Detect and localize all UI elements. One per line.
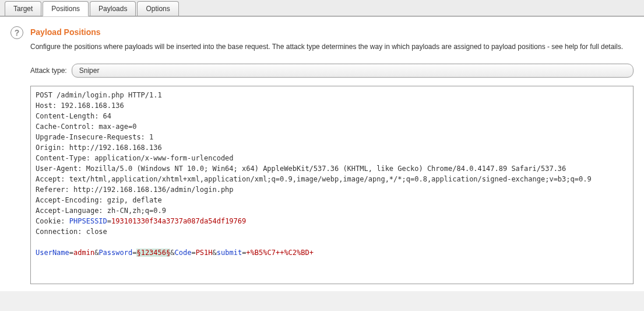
eq: = [107, 217, 111, 225]
page-description: Configure the positions where payloads w… [30, 41, 634, 52]
request-line: Host: 192.168.168.136 [36, 102, 124, 110]
page-title: Payload Positions [30, 27, 634, 37]
request-editor[interactable]: POST /admin/login.php HTTP/1.1 Host: 192… [30, 86, 634, 284]
cookie-key: PHPSESSID [69, 217, 107, 225]
param-name: Code [174, 249, 191, 257]
attack-type-label: Attack type: [30, 67, 67, 75]
attack-type-select[interactable]: Sniper [72, 64, 634, 78]
tab-positions-label: Positions [51, 5, 80, 13]
request-line: Cache-Control: max-age=0 [36, 123, 136, 131]
request-line: Accept-Language: zh-CN,zh;q=0.9 [36, 207, 166, 215]
tab-options[interactable]: Options [137, 1, 178, 16]
param-name: Password [98, 249, 132, 257]
tab-target[interactable]: Target [5, 1, 41, 16]
cookie-label: Cookie: [36, 217, 69, 225]
request-line: Content-Length: 64 [36, 112, 111, 120]
eq: = [191, 249, 195, 257]
param-value: +%B5%C7++%C2%BD+ [246, 249, 314, 257]
request-line: Origin: http://192.168.168.136 [36, 144, 162, 152]
attack-type-value: Sniper [79, 67, 100, 75]
payload-value: 123456 [141, 249, 166, 257]
amp: & [213, 249, 217, 257]
tab-target-label: Target [13, 5, 33, 13]
request-line: Referer: http://192.168.168.136/admin/lo… [36, 186, 234, 194]
request-line: Accept-Encoding: gzip, deflate [36, 196, 162, 204]
request-line: Accept: text/html,application/xhtml+xml,… [36, 175, 592, 183]
request-line: POST /admin/login.php HTTP/1.1 [36, 91, 162, 99]
request-line: Content-Type: application/x-www-form-url… [36, 154, 234, 162]
param-value: PS1H [196, 249, 213, 257]
tab-bar: Target Positions Payloads Options [0, 0, 644, 16]
eq: = [69, 249, 73, 257]
help-icon[interactable]: ? [10, 26, 23, 39]
param-value: admin [73, 249, 94, 257]
param-name: UserName [36, 249, 69, 257]
tab-positions[interactable]: Positions [43, 1, 89, 16]
cookie-value: 193101330f34a3737a087da54df19769 [111, 217, 246, 225]
tab-payloads-label: Payloads [98, 5, 127, 13]
tab-payloads[interactable]: Payloads [90, 1, 136, 16]
request-line: Upgrade-Insecure-Requests: 1 [36, 133, 153, 141]
request-line: Connection: close [36, 228, 107, 236]
content-panel: ? Payload Positions Configure the positi… [0, 16, 644, 291]
request-line: User-Agent: Mozilla/5.0 (Windows NT 10.0… [36, 165, 566, 173]
payload-marker: § [136, 249, 140, 257]
tab-options-label: Options [146, 5, 170, 13]
param-name: submit [217, 249, 242, 257]
